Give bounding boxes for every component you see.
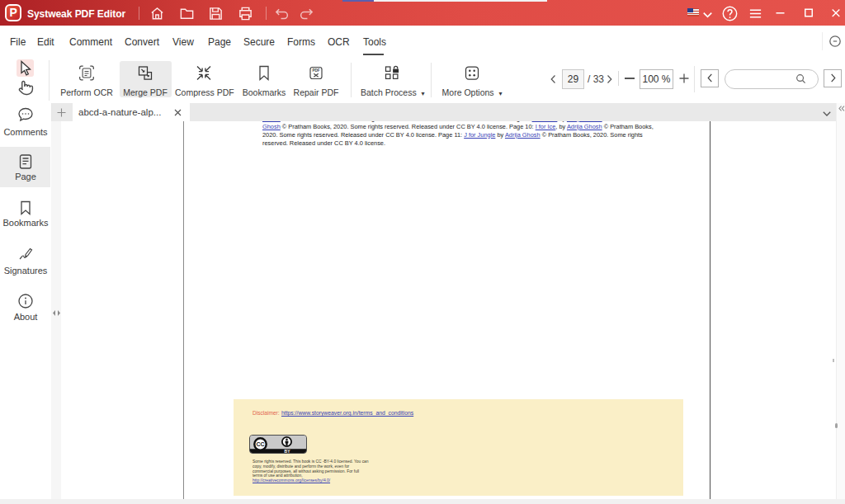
svg-text:PDF: PDF — [312, 68, 319, 73]
svg-text:CC: CC — [256, 441, 264, 447]
svg-text:BY: BY — [285, 449, 291, 454]
